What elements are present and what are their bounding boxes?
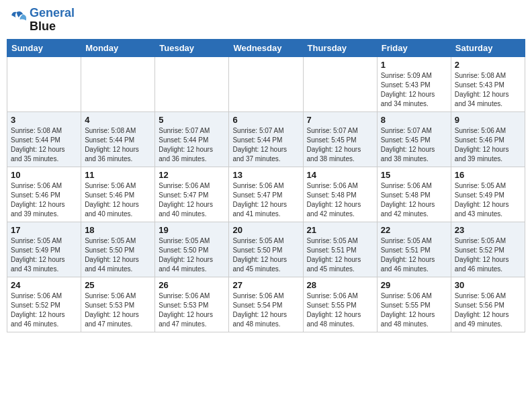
day-cell-1: 1Sunrise: 5:09 AM Sunset: 5:43 PM Daylig… [377,56,451,111]
day-cell-7: 7Sunrise: 5:07 AM Sunset: 5:45 PM Daylig… [303,111,377,167]
day-number: 20 [232,225,299,235]
day-number: 10 [11,170,77,180]
weekday-thursday: Thursday [303,39,377,56]
day-number: 7 [307,115,373,125]
day-info: Sunrise: 5:06 AM Sunset: 5:56 PM Dayligh… [455,291,521,329]
day-number: 26 [159,280,225,290]
day-info: Sunrise: 5:05 AM Sunset: 5:49 PM Dayligh… [455,181,521,219]
logo-icon [9,10,28,29]
day-number: 14 [307,170,373,180]
day-number: 9 [455,115,521,125]
day-info: Sunrise: 5:06 AM Sunset: 5:48 PM Dayligh… [307,181,373,219]
day-cell-24: 24Sunrise: 5:06 AM Sunset: 5:52 PM Dayli… [7,277,81,332]
week-row-5: 24Sunrise: 5:06 AM Sunset: 5:52 PM Dayli… [7,277,525,332]
empty-cell [7,56,81,111]
day-number: 25 [85,280,151,290]
day-cell-23: 23Sunrise: 5:05 AM Sunset: 5:52 PM Dayli… [451,222,525,277]
week-row-4: 17Sunrise: 5:05 AM Sunset: 5:49 PM Dayli… [7,222,525,277]
day-number: 1 [381,60,447,70]
day-info: Sunrise: 5:07 AM Sunset: 5:45 PM Dayligh… [307,126,373,164]
day-number: 21 [307,225,373,235]
day-number: 11 [85,170,151,180]
day-info: Sunrise: 5:06 AM Sunset: 5:55 PM Dayligh… [381,291,447,329]
day-number: 13 [232,170,299,180]
weekday-wednesday: Wednesday [229,39,303,56]
day-info: Sunrise: 5:06 AM Sunset: 5:53 PM Dayligh… [159,291,225,329]
day-cell-22: 22Sunrise: 5:05 AM Sunset: 5:51 PM Dayli… [377,222,451,277]
empty-cell [155,56,229,111]
day-number: 8 [381,115,447,125]
day-cell-10: 10Sunrise: 5:06 AM Sunset: 5:46 PM Dayli… [7,167,81,222]
day-cell-30: 30Sunrise: 5:06 AM Sunset: 5:56 PM Dayli… [451,277,525,332]
day-cell-28: 28Sunrise: 5:06 AM Sunset: 5:55 PM Dayli… [303,277,377,332]
day-cell-25: 25Sunrise: 5:06 AM Sunset: 5:53 PM Dayli… [81,277,155,332]
day-number: 29 [381,280,447,290]
logo-text: GeneralBlue [30,7,75,34]
empty-cell [303,56,377,111]
empty-cell [229,56,303,111]
day-info: Sunrise: 5:06 AM Sunset: 5:55 PM Dayligh… [307,291,373,329]
day-cell-21: 21Sunrise: 5:05 AM Sunset: 5:51 PM Dayli… [303,222,377,277]
day-number: 4 [85,115,151,125]
day-cell-26: 26Sunrise: 5:06 AM Sunset: 5:53 PM Dayli… [155,277,229,332]
day-info: Sunrise: 5:06 AM Sunset: 5:54 PM Dayligh… [232,291,299,329]
day-cell-11: 11Sunrise: 5:06 AM Sunset: 5:46 PM Dayli… [81,167,155,222]
day-number: 5 [159,115,225,125]
day-cell-29: 29Sunrise: 5:06 AM Sunset: 5:55 PM Dayli… [377,277,451,332]
day-number: 2 [455,60,521,70]
day-number: 6 [232,115,299,125]
day-cell-14: 14Sunrise: 5:06 AM Sunset: 5:48 PM Dayli… [303,167,377,222]
weekday-saturday: Saturday [451,39,525,56]
day-info: Sunrise: 5:06 AM Sunset: 5:47 PM Dayligh… [232,181,299,219]
day-number: 17 [11,225,77,235]
day-cell-16: 16Sunrise: 5:05 AM Sunset: 5:49 PM Dayli… [451,167,525,222]
day-info: Sunrise: 5:05 AM Sunset: 5:49 PM Dayligh… [11,236,77,274]
day-info: Sunrise: 5:05 AM Sunset: 5:50 PM Dayligh… [232,236,299,274]
page-header: GeneralBlue [7,7,525,34]
week-row-2: 3Sunrise: 5:08 AM Sunset: 5:44 PM Daylig… [7,111,525,167]
day-number: 23 [455,225,521,235]
day-number: 15 [381,170,447,180]
day-number: 28 [307,280,373,290]
day-info: Sunrise: 5:09 AM Sunset: 5:43 PM Dayligh… [381,71,447,109]
day-cell-18: 18Sunrise: 5:05 AM Sunset: 5:50 PM Dayli… [81,222,155,277]
logo: GeneralBlue [9,7,75,34]
day-info: Sunrise: 5:08 AM Sunset: 5:44 PM Dayligh… [11,126,77,164]
day-info: Sunrise: 5:05 AM Sunset: 5:50 PM Dayligh… [159,236,225,274]
day-number: 3 [11,115,77,125]
day-info: Sunrise: 5:07 AM Sunset: 5:44 PM Dayligh… [159,126,225,164]
day-info: Sunrise: 5:05 AM Sunset: 5:51 PM Dayligh… [307,236,373,274]
day-cell-20: 20Sunrise: 5:05 AM Sunset: 5:50 PM Dayli… [229,222,303,277]
day-info: Sunrise: 5:05 AM Sunset: 5:50 PM Dayligh… [85,236,151,274]
day-info: Sunrise: 5:06 AM Sunset: 5:46 PM Dayligh… [85,181,151,219]
day-cell-6: 6Sunrise: 5:07 AM Sunset: 5:44 PM Daylig… [229,111,303,167]
weekday-monday: Monday [81,39,155,56]
day-info: Sunrise: 5:06 AM Sunset: 5:47 PM Dayligh… [159,181,225,219]
day-cell-19: 19Sunrise: 5:05 AM Sunset: 5:50 PM Dayli… [155,222,229,277]
day-number: 30 [455,280,521,290]
day-number: 22 [381,225,447,235]
empty-cell [81,56,155,111]
day-cell-13: 13Sunrise: 5:06 AM Sunset: 5:47 PM Dayli… [229,167,303,222]
day-info: Sunrise: 5:08 AM Sunset: 5:44 PM Dayligh… [85,126,151,164]
day-cell-5: 5Sunrise: 5:07 AM Sunset: 5:44 PM Daylig… [155,111,229,167]
day-number: 16 [455,170,521,180]
day-cell-2: 2Sunrise: 5:08 AM Sunset: 5:43 PM Daylig… [451,56,525,111]
day-cell-12: 12Sunrise: 5:06 AM Sunset: 5:47 PM Dayli… [155,167,229,222]
day-number: 18 [85,225,151,235]
day-info: Sunrise: 5:05 AM Sunset: 5:51 PM Dayligh… [381,236,447,274]
day-cell-17: 17Sunrise: 5:05 AM Sunset: 5:49 PM Dayli… [7,222,81,277]
day-info: Sunrise: 5:08 AM Sunset: 5:43 PM Dayligh… [455,71,521,109]
day-info: Sunrise: 5:06 AM Sunset: 5:52 PM Dayligh… [11,291,77,329]
day-cell-3: 3Sunrise: 5:08 AM Sunset: 5:44 PM Daylig… [7,111,81,167]
day-number: 27 [232,280,299,290]
day-info: Sunrise: 5:06 AM Sunset: 5:46 PM Dayligh… [455,126,521,164]
weekday-tuesday: Tuesday [155,39,229,56]
day-info: Sunrise: 5:06 AM Sunset: 5:48 PM Dayligh… [381,181,447,219]
day-info: Sunrise: 5:05 AM Sunset: 5:52 PM Dayligh… [455,236,521,274]
day-cell-8: 8Sunrise: 5:07 AM Sunset: 5:45 PM Daylig… [377,111,451,167]
day-cell-15: 15Sunrise: 5:06 AM Sunset: 5:48 PM Dayli… [377,167,451,222]
weekday-friday: Friday [377,39,451,56]
day-cell-27: 27Sunrise: 5:06 AM Sunset: 5:54 PM Dayli… [229,277,303,332]
day-number: 12 [159,170,225,180]
